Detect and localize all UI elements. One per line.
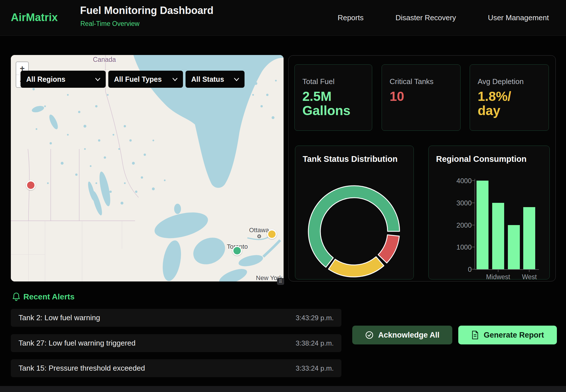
- ottawa-town-icon: [257, 234, 261, 238]
- generate-report-label: Generate Report: [484, 331, 544, 340]
- y-axis-tick: [472, 203, 475, 203]
- stat-value-total-fuel: 2.5M Gallons: [302, 89, 372, 118]
- bar-region-0: [477, 181, 488, 269]
- map-marker-operational[interactable]: [232, 246, 242, 256]
- map-label-canada: Canada: [93, 56, 116, 64]
- alert-message: Tank 2: Low fuel warning: [19, 313, 100, 322]
- stat-card-critical-tanks: Critical Tanks 10: [382, 64, 461, 131]
- map-resize-handle[interactable]: ⠿: [277, 278, 284, 285]
- stat-card-total-fuel: Total Fuel 2.5M Gallons: [294, 64, 372, 131]
- alert-message: Tank 27: Low fuel warning triggered: [19, 339, 135, 348]
- stat-label: Total Fuel: [302, 77, 372, 86]
- tank-status-donut-chart: [295, 146, 414, 280]
- bar-region-3: [523, 207, 535, 269]
- bar-chart-y-axis: [475, 179, 475, 270]
- y-axis-tick-label: 4000: [446, 177, 472, 185]
- alert-timestamp: 3:38:24 p.m.: [296, 339, 334, 347]
- x-axis-tick: [498, 270, 498, 272]
- status-filter-value: All Status: [191, 75, 224, 83]
- top-nav: Reports Disaster Recovery User Managemen…: [338, 0, 549, 36]
- alert-timestamp: 3:33:24 p.m.: [296, 364, 334, 372]
- y-axis-tick: [472, 180, 475, 181]
- fuel-type-filter-select[interactable]: All Fuel Types: [108, 71, 183, 88]
- donut-segment-critical: [378, 235, 399, 263]
- map-marker-warning[interactable]: [267, 229, 277, 239]
- y-axis-tick: [472, 247, 475, 247]
- y-axis-tick-label: 1000: [446, 243, 472, 251]
- alert-message: Tank 15: Pressure threshold exceeded: [19, 364, 145, 373]
- y-axis-tick-label: 0: [446, 266, 472, 273]
- bar-region-2: [508, 225, 520, 270]
- y-axis-tick: [472, 225, 475, 225]
- alert-timestamp: 3:43:29 p.m.: [296, 314, 334, 322]
- chevron-down-icon: [234, 77, 239, 81]
- fuel-map[interactable]: Canada Ottawa Toronto New York + − All R…: [11, 55, 284, 281]
- status-filter-select[interactable]: All Status: [186, 71, 245, 88]
- map-label-ottawa: Ottawa: [249, 226, 269, 234]
- stat-card-avg-depletion: Avg Depletion 1.8%/ day: [470, 64, 549, 131]
- bell-icon: [12, 292, 21, 301]
- document-icon: [471, 331, 479, 339]
- alert-list-item[interactable]: Tank 2: Low fuel warning 3:43:29 p.m.: [11, 309, 341, 327]
- region-filter-value: All Regions: [26, 75, 66, 83]
- y-axis-tick: [472, 269, 475, 270]
- map-filter-bar: All Regions All Fuel Types All Status: [21, 71, 245, 88]
- app-logo: AirMatrix: [11, 11, 58, 24]
- bottom-bar: [0, 386, 566, 392]
- y-axis-tick-label: 3000: [446, 199, 472, 207]
- x-axis-tick-label: West: [506, 273, 552, 281]
- nav-item-user-management[interactable]: User Management: [488, 13, 549, 22]
- app-header: AirMatrix Fuel Monitoring Dashboard Real…: [0, 0, 566, 36]
- nav-item-disaster-recovery[interactable]: Disaster Recovery: [396, 13, 456, 22]
- page-title: Fuel Monitoring Dashboard: [80, 5, 213, 17]
- chevron-down-icon: [95, 77, 101, 81]
- recent-alerts-title: Recent Alerts: [23, 292, 74, 301]
- y-axis-tick-label: 2000: [446, 221, 472, 229]
- page-subtitle: Real-Time Overview: [80, 20, 139, 28]
- donut-segment-warning: [329, 257, 384, 277]
- tank-status-chart-card: Tank Status Distribution: [295, 146, 414, 279]
- fuel-type-filter-value: All Fuel Types: [114, 75, 162, 83]
- regional-consumption-chart-card: Regional Consumption 01000200030004000Mi…: [428, 146, 550, 279]
- stat-value-avg-depletion: 1.8%/ day: [478, 89, 549, 118]
- map-marker-critical[interactable]: [26, 180, 36, 190]
- alert-list-item[interactable]: Tank 15: Pressure threshold exceeded 3:3…: [11, 359, 341, 377]
- x-axis-tick: [529, 270, 530, 272]
- generate-report-button[interactable]: Generate Report: [458, 326, 557, 344]
- chevron-down-icon: [172, 77, 178, 81]
- bar-region-1: [492, 203, 504, 269]
- region-filter-select[interactable]: All Regions: [21, 71, 106, 88]
- overview-panel: Total Fuel 2.5M Gallons Critical Tanks 1…: [288, 55, 556, 281]
- check-circle-icon: [365, 331, 374, 339]
- stat-label: Avg Depletion: [478, 77, 549, 86]
- nav-item-reports[interactable]: Reports: [338, 13, 364, 22]
- bar-chart-title: Regional Consumption: [436, 154, 526, 164]
- stat-label: Critical Tanks: [390, 77, 460, 86]
- stat-value-critical-tanks: 10: [390, 89, 460, 104]
- alert-list-item[interactable]: Tank 27: Low fuel warning triggered 3:38…: [11, 334, 341, 352]
- acknowledge-all-button[interactable]: Acknowledge All: [352, 326, 452, 344]
- acknowledge-all-label: Acknowledge All: [378, 331, 439, 340]
